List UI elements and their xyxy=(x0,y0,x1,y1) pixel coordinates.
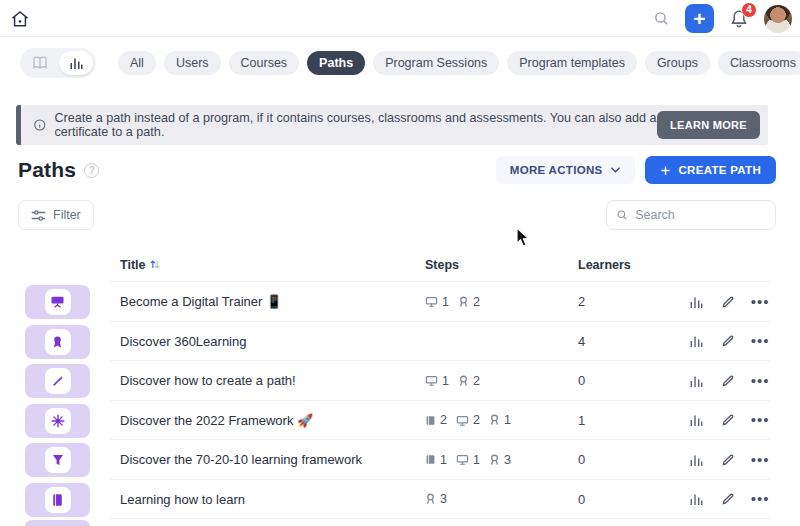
tab-paths[interactable]: Paths xyxy=(307,51,365,75)
edit-pencil-icon[interactable] xyxy=(720,333,736,349)
plus-icon xyxy=(660,165,671,176)
assessment-icon xyxy=(425,493,436,505)
more-options-icon[interactable]: ••• xyxy=(752,452,768,468)
stats-icon[interactable] xyxy=(688,412,704,428)
tab-program-templates[interactable]: Program templates xyxy=(507,51,637,75)
path-learners-count: 0 xyxy=(578,361,585,401)
path-thumbnail[interactable] xyxy=(25,285,90,319)
create-new-button[interactable]: + xyxy=(685,4,714,33)
create-path-button[interactable]: CREATE PATH xyxy=(645,156,776,184)
path-title-link[interactable]: Discover how to create a path! xyxy=(120,361,296,401)
book-icon xyxy=(45,487,71,513)
path-thumbnail[interactable] xyxy=(25,325,90,359)
step-count: 1 xyxy=(440,453,447,467)
more-options-icon[interactable]: ••• xyxy=(752,294,768,310)
user-avatar[interactable] xyxy=(764,5,792,33)
edit-pencil-icon[interactable] xyxy=(720,373,736,389)
search-icon xyxy=(616,208,628,222)
step-classroom: 1 xyxy=(456,453,480,467)
stats-icon[interactable] xyxy=(688,294,704,310)
sparkle-icon xyxy=(45,408,71,434)
path-steps: 12 xyxy=(425,282,480,322)
step-classroom: 1 xyxy=(425,295,449,309)
path-title-link[interactable]: Discover the 2022 Framework 🚀 xyxy=(120,401,313,441)
filter-button[interactable]: Filter xyxy=(18,200,94,230)
path-thumbnail[interactable] xyxy=(25,483,90,517)
classroom-icon xyxy=(425,375,438,386)
home-icon[interactable] xyxy=(10,9,30,29)
row-divider xyxy=(110,518,770,519)
stats-icon[interactable] xyxy=(688,373,704,389)
path-thumbnail[interactable] xyxy=(25,364,90,398)
path-steps: 221 xyxy=(425,401,511,441)
more-options-icon[interactable]: ••• xyxy=(752,491,768,507)
table-row: Discover how to create a path!120••• xyxy=(0,361,800,401)
edit-pencil-icon[interactable] xyxy=(720,491,736,507)
topbar: + 4 xyxy=(0,0,800,37)
more-options-icon[interactable]: ••• xyxy=(752,412,768,428)
column-header-steps: Steps xyxy=(425,258,459,272)
path-thumbnail[interactable] xyxy=(25,443,90,477)
view-toggle xyxy=(20,48,96,78)
tab-all[interactable]: All xyxy=(118,51,156,75)
path-steps: 113 xyxy=(425,440,511,480)
more-actions-button[interactable]: MORE ACTIONS xyxy=(496,156,636,184)
tab-classrooms[interactable]: Classrooms xyxy=(718,51,800,75)
notification-badge: 4 xyxy=(741,2,757,18)
mouse-cursor xyxy=(516,227,531,248)
path-learners-count: 4 xyxy=(578,322,585,362)
tab-courses[interactable]: Courses xyxy=(229,51,300,75)
learn-more-button[interactable]: LEARN MORE xyxy=(657,111,760,139)
path-steps: 3 xyxy=(425,480,447,520)
edit-pencil-icon[interactable] xyxy=(720,452,736,468)
presentation-icon xyxy=(45,289,71,315)
help-icon[interactable]: ? xyxy=(84,163,99,178)
edit-pencil-icon[interactable] xyxy=(720,412,736,428)
path-learners-count: 1 xyxy=(578,401,585,441)
path-learners-count: 2 xyxy=(578,282,585,322)
step-count: 1 xyxy=(442,374,449,388)
stats-view-toggle[interactable] xyxy=(59,51,93,75)
award-icon xyxy=(45,329,71,355)
step-assessment: 3 xyxy=(489,453,511,467)
partial-next-row-thumbnail xyxy=(25,520,90,526)
edit-pencil-icon[interactable] xyxy=(720,294,736,310)
paths-table: Title Steps Learners Become a Digital Tr… xyxy=(0,248,800,526)
row-actions: ••• xyxy=(688,282,768,322)
path-title-link[interactable]: Discover the 70-20-10 learning framework xyxy=(120,440,362,480)
stats-icon[interactable] xyxy=(688,333,704,349)
path-thumbnail[interactable] xyxy=(25,404,90,438)
tab-program-sessions[interactable]: Program Sessions xyxy=(373,51,499,75)
more-options-icon[interactable]: ••• xyxy=(752,333,768,349)
step-count: 1 xyxy=(504,413,511,427)
path-title-link[interactable]: Learning how to learn xyxy=(120,480,245,520)
path-title-link[interactable]: Become a Digital Trainer 📱 xyxy=(120,282,282,322)
notifications-bell-icon[interactable]: 4 xyxy=(728,8,750,30)
step-count: 2 xyxy=(440,413,447,427)
row-actions: ••• xyxy=(688,440,768,480)
step-assessment: 2 xyxy=(458,295,480,309)
step-count: 2 xyxy=(473,374,480,388)
path-title-link[interactable]: Discover 360Learning xyxy=(120,322,246,362)
table-row: Discover the 2022 Framework 🚀2211••• xyxy=(0,401,800,441)
sort-icon xyxy=(149,258,161,271)
global-search-icon[interactable] xyxy=(651,9,671,29)
catalog-view-toggle[interactable] xyxy=(23,51,57,75)
assessment-icon xyxy=(489,414,500,426)
tab-users[interactable]: Users xyxy=(164,51,221,75)
bar-chart-icon xyxy=(69,56,84,70)
course-icon xyxy=(425,454,436,465)
column-header-title[interactable]: Title xyxy=(120,258,161,272)
step-assessment: 2 xyxy=(458,374,480,388)
step-assessment: 3 xyxy=(425,492,447,506)
table-header-row: Title Steps Learners xyxy=(110,248,770,282)
stats-icon[interactable] xyxy=(688,491,704,507)
assessment-icon xyxy=(458,296,469,308)
more-options-icon[interactable]: ••• xyxy=(752,373,768,389)
tab-groups[interactable]: Groups xyxy=(645,51,710,75)
search-input[interactable] xyxy=(635,208,766,222)
app-window: + 4 AllUsersCoursesPathsProgram Sessions… xyxy=(0,0,800,526)
assessment-icon xyxy=(458,375,469,387)
stats-icon[interactable] xyxy=(688,452,704,468)
assessment-icon xyxy=(489,454,500,466)
